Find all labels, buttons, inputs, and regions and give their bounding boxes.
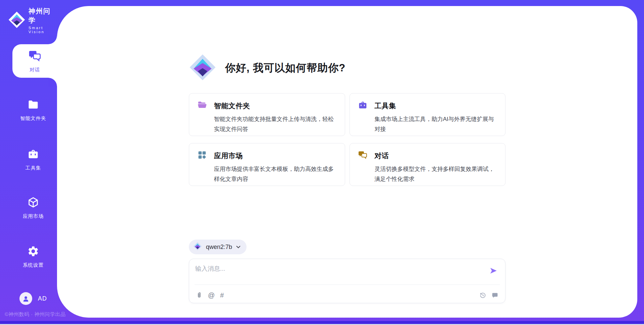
avatar: [19, 292, 32, 305]
brand-name: 神州问学: [29, 7, 57, 25]
sidebar-item-app-market[interactable]: 应用市场: [5, 196, 62, 219]
attachment-icon[interactable]: [196, 292, 203, 299]
message-input-box: @ #: [189, 259, 505, 303]
user-initials: AD: [38, 295, 47, 302]
card-description: 灵活切换多模型文件，支持多样回复效果调试，满足个性化需求: [375, 164, 497, 184]
card-toolset[interactable]: 工具集 集成市场上主流工具，助力AI与外界无缝扩展与对接: [350, 93, 506, 136]
toolbox-icon: [358, 100, 368, 111]
tab-fillet-top: [48, 36, 57, 44]
greeting-title: 你好, 我可以如何帮助你?: [225, 61, 345, 75]
toolbox-icon: [27, 148, 39, 161]
brand-diamond-icon: [8, 11, 25, 30]
copyright-footer: ©神州数码 · 神州问学出品: [5, 311, 65, 318]
card-app-market[interactable]: 应用市场 应用市场提供丰富长文本模板，助力高效生成多样化文章内容: [189, 143, 345, 186]
brand-diamond-icon: [193, 242, 202, 252]
sidebar: 神州问学 Smart Vision 对话 智能文件夹 工具集: [0, 0, 57, 325]
card-description: 应用市场提供丰富长文本模板，助力高效生成多样化文章内容: [214, 164, 337, 184]
folder-icon: [27, 99, 39, 112]
message-input[interactable]: [195, 264, 484, 282]
card-chat[interactable]: 对话 灵活切换多模型文件，支持多样回复效果调试，满足个性化需求: [350, 143, 506, 186]
sidebar-item-label: 智能文件夹: [20, 115, 46, 122]
sidebar-item-label: 应用市场: [23, 213, 44, 219]
card-title: 智能文件夹: [214, 101, 250, 111]
person-icon: [22, 295, 30, 302]
card-smart-folder[interactable]: 智能文件夹 智能文件夹功能支持批量文件上传与清洗，轻松实现文件问答: [189, 93, 345, 136]
card-title: 工具集: [375, 101, 396, 111]
card-title: 对话: [375, 151, 389, 160]
chat-icon: [28, 49, 42, 64]
sidebar-item-smart-folder[interactable]: 智能文件夹: [5, 99, 62, 122]
feedback-icon[interactable]: [491, 292, 498, 299]
brand-subtitle: Smart Vision: [29, 26, 57, 34]
cube-icon: [27, 196, 39, 209]
sidebar-item-settings[interactable]: 系统设置: [5, 245, 62, 268]
tab-fillet-bottom: [48, 78, 57, 86]
user-account[interactable]: AD: [19, 292, 47, 305]
chat-icon: [358, 150, 368, 161]
model-selector[interactable]: qwen2:7b: [189, 240, 247, 254]
sidebar-item-toolset[interactable]: 工具集: [5, 148, 62, 171]
feature-cards: 智能文件夹 智能文件夹功能支持批量文件上传与清洗，轻松实现文件问答 工具集 集成…: [189, 93, 505, 186]
sidebar-item-label: 系统设置: [23, 262, 44, 268]
sidebar-item-label: 对话: [30, 67, 40, 73]
hashtag-icon[interactable]: #: [220, 292, 224, 299]
gear-icon: [27, 245, 39, 258]
sidebar-item-label: 工具集: [25, 165, 41, 171]
brand-logo: 神州问学 Smart Vision: [8, 7, 57, 34]
greeting-row: 你好, 我可以如何帮助你?: [189, 54, 505, 82]
input-divider: [195, 284, 500, 285]
mention-icon[interactable]: @: [208, 292, 215, 299]
card-description: 集成市场上主流工具，助力AI与外界无缝扩展与对接: [375, 114, 497, 134]
history-icon[interactable]: [479, 292, 486, 299]
apps-grid-icon: [197, 150, 207, 161]
card-description: 智能文件夹功能支持批量文件上传与清洗，轻松实现文件问答: [214, 114, 337, 134]
chevron-down-icon: [236, 244, 240, 250]
window-bottom-bar: [0, 321, 644, 324]
sidebar-item-chat[interactable]: 对话: [12, 44, 57, 78]
brand-diamond-icon: [189, 54, 216, 82]
card-title: 应用市场: [214, 151, 243, 160]
main-content: 你好, 我可以如何帮助你? 智能文件夹 智能文件夹功能支持批量文件上传与清洗，轻…: [57, 6, 637, 318]
composer: qwen2:7b: [189, 240, 505, 303]
send-icon[interactable]: [489, 266, 498, 275]
model-name: qwen2:7b: [206, 244, 232, 251]
folder-open-icon: [197, 100, 207, 111]
